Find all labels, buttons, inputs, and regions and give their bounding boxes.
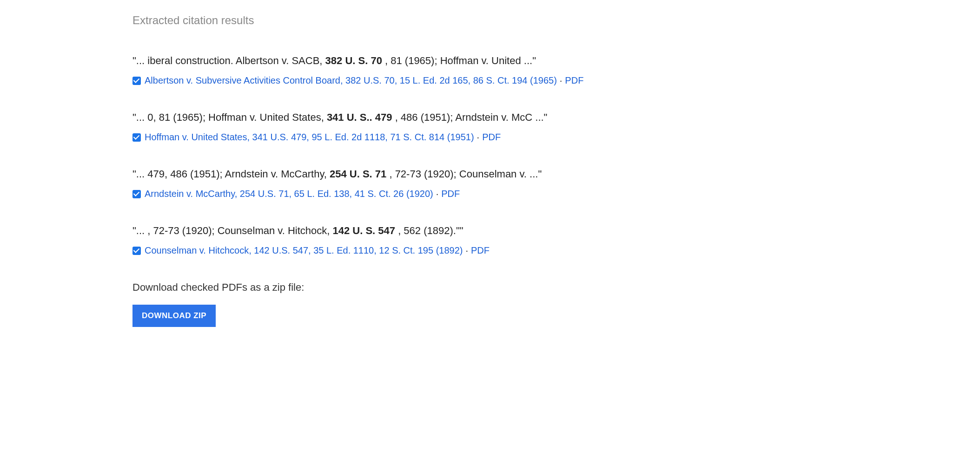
case-link[interactable]: Counselman v. Hitchcock, 142 U.S. 547, 3… [145, 245, 463, 256]
citation-context: "... iberal construction. Albertson v. S… [132, 55, 980, 67]
case-link[interactable]: Arndstein v. McCarthy, 254 U.S. 71, 65 L… [145, 189, 433, 199]
context-bold-citation: 142 U. S. 547 [332, 225, 395, 236]
result-block: "... 0, 81 (1965); Hoffman v. United Sta… [132, 111, 980, 143]
context-prefix: "... 479, 486 (1951); Arndstein v. McCar… [132, 168, 330, 180]
result-block: "... , 72-73 (1920); Counselman v. Hitch… [132, 225, 980, 256]
context-prefix: "... iberal construction. Albertson v. S… [132, 55, 325, 66]
result-link-row: Albertson v. Subversive Activities Contr… [132, 75, 980, 86]
separator: · [436, 189, 439, 199]
citation-context: "... 0, 81 (1965); Hoffman v. United Sta… [132, 111, 980, 124]
separator: · [560, 75, 563, 86]
context-prefix: "... , 72-73 (1920); Counselman v. Hitch… [132, 225, 332, 236]
context-suffix: , 486 (1951); Arndstein v. McC ..." [392, 111, 548, 123]
pdf-link[interactable]: PDF [482, 132, 501, 143]
citation-context: "... , 72-73 (1920); Counselman v. Hitch… [132, 225, 980, 237]
result-checkbox[interactable] [132, 133, 141, 142]
pdf-link[interactable]: PDF [565, 75, 583, 86]
context-prefix: "... 0, 81 (1965); Hoffman v. United Sta… [132, 111, 327, 123]
context-bold-citation: 382 U. S. 70 [325, 55, 382, 66]
result-link-row: Arndstein v. McCarthy, 254 U.S. 71, 65 L… [132, 189, 980, 199]
context-suffix: , 72-73 (1920); Counselman v. ..." [386, 168, 542, 180]
result-checkbox[interactable] [132, 247, 141, 255]
context-bold-citation: 254 U. S. 71 [330, 168, 386, 180]
context-suffix: , 81 (1965); Hoffman v. United ..." [382, 55, 536, 66]
result-checkbox[interactable] [132, 190, 141, 198]
case-link[interactable]: Hoffman v. United States, 341 U.S. 479, … [145, 132, 474, 143]
result-checkbox[interactable] [132, 77, 141, 85]
result-block: "... iberal construction. Albertson v. S… [132, 55, 980, 86]
download-zip-button[interactable]: DOWNLOAD ZIP [132, 305, 216, 327]
context-bold-citation: 341 U. S.. 479 [327, 111, 392, 123]
download-prompt: Download checked PDFs as a zip file: [132, 281, 980, 294]
result-link-row: Hoffman v. United States, 341 U.S. 479, … [132, 132, 980, 143]
citation-context: "... 479, 486 (1951); Arndstein v. McCar… [132, 168, 980, 180]
result-block: "... 479, 486 (1951); Arndstein v. McCar… [132, 168, 980, 199]
result-link-row: Counselman v. Hitchcock, 142 U.S. 547, 3… [132, 245, 980, 256]
pdf-link[interactable]: PDF [441, 189, 460, 199]
section-title: Extracted citation results [132, 14, 980, 27]
separator: · [465, 245, 468, 256]
context-suffix: , 562 (1892)."" [395, 225, 463, 236]
case-link[interactable]: Albertson v. Subversive Activities Contr… [145, 75, 557, 86]
separator: · [477, 132, 480, 143]
pdf-link[interactable]: PDF [471, 245, 490, 256]
